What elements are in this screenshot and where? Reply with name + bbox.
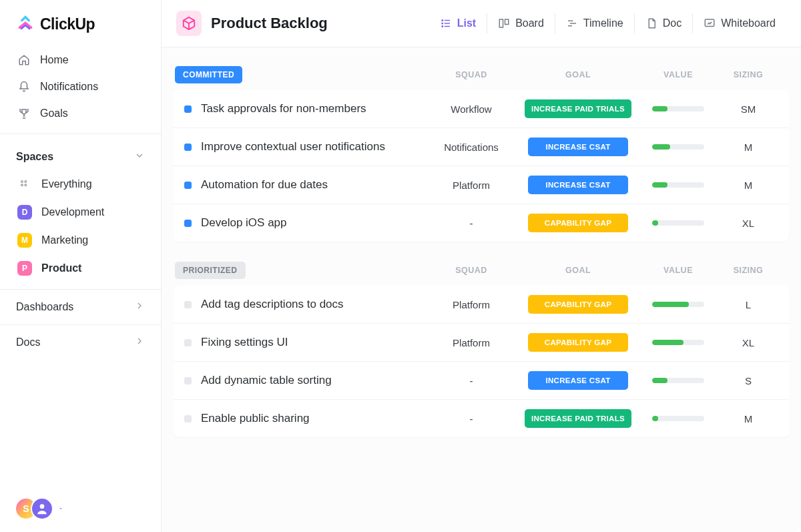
svg-point-0 bbox=[21, 181, 23, 183]
view-label: Board bbox=[515, 17, 544, 29]
task-status-dot[interactable] bbox=[184, 144, 192, 151]
task-row[interactable]: Enable public sharing - INCREASE PAID TR… bbox=[174, 399, 789, 437]
task-goal-badge[interactable]: INCREASE PAID TRIALS bbox=[525, 409, 631, 428]
spaces-header[interactable]: Spaces bbox=[0, 141, 161, 170]
space-everything[interactable]: Everything bbox=[5, 170, 156, 198]
task-goal-badge[interactable]: INCREASE CSAT bbox=[528, 371, 628, 390]
nav-notifications[interactable]: Notifications bbox=[5, 73, 156, 100]
column-sizing: SIZING bbox=[718, 70, 778, 79]
brand-name: ClickUp bbox=[40, 15, 95, 33]
bell-icon bbox=[17, 80, 31, 93]
task-sizing: M bbox=[718, 142, 778, 153]
svg-point-1 bbox=[25, 181, 27, 183]
task-goal-badge[interactable]: CAPABILITY GAP bbox=[528, 333, 628, 352]
space-marketing[interactable]: M Marketing bbox=[5, 226, 156, 254]
task-status-dot[interactable] bbox=[184, 220, 192, 227]
task-value-progress bbox=[652, 220, 704, 226]
task-sizing: XL bbox=[718, 337, 778, 348]
dashboards-section[interactable]: Dashboards bbox=[0, 289, 161, 324]
space-badge: M bbox=[17, 233, 32, 248]
task-squad: Notifications bbox=[425, 142, 518, 153]
task-title: Develop iOS app bbox=[201, 216, 287, 230]
task-sizing: XL bbox=[718, 218, 778, 229]
task-row[interactable]: Automation for due dates Platform INCREA… bbox=[174, 166, 789, 204]
status-pill[interactable]: PRIORITIZED bbox=[175, 262, 246, 279]
view-label: List bbox=[457, 17, 476, 29]
task-row[interactable]: Task approvals for non-members Workflow … bbox=[174, 90, 789, 127]
task-goal-badge[interactable]: CAPABILITY GAP bbox=[528, 214, 628, 232]
task-title: Enable public sharing bbox=[201, 412, 310, 425]
task-row[interactable]: Fixing settings UI Platform CAPABILITY G… bbox=[174, 323, 789, 361]
brand-logo[interactable]: ClickUp bbox=[0, 0, 161, 47]
task-status-dot[interactable] bbox=[184, 105, 192, 113]
task-goal-badge[interactable]: CAPABILITY GAP bbox=[528, 295, 628, 314]
status-pill[interactable]: COMMITTED bbox=[175, 66, 242, 83]
view-timeline[interactable]: Timeline bbox=[555, 13, 634, 33]
view-tabs: List Board Timeline bbox=[429, 13, 786, 33]
svg-point-9 bbox=[442, 23, 443, 24]
task-title: Task approvals for non-members bbox=[201, 102, 366, 115]
task-row[interactable]: Develop iOS app - CAPABILITY GAP XL bbox=[174, 204, 789, 242]
task-goal-badge[interactable]: INCREASE PAID TRIALS bbox=[525, 99, 631, 118]
view-whiteboard[interactable]: Whiteboard bbox=[692, 13, 786, 33]
docs-label: Docs bbox=[16, 336, 40, 348]
list-icon bbox=[440, 17, 452, 29]
view-list[interactable]: List bbox=[429, 13, 487, 33]
task-squad: Workflow bbox=[425, 103, 518, 115]
column-squad: SQUAD bbox=[425, 70, 518, 79]
task-squad: Platform bbox=[425, 180, 518, 191]
svg-point-2 bbox=[21, 184, 23, 186]
task-sizing: S bbox=[718, 375, 778, 386]
task-status-dot[interactable] bbox=[184, 301, 192, 308]
space-badge: D bbox=[17, 205, 32, 220]
column-goal: GOAL bbox=[518, 266, 638, 275]
docs-section[interactable]: Docs bbox=[0, 324, 161, 360]
task-value-progress bbox=[652, 144, 704, 150]
task-squad: - bbox=[425, 413, 518, 425]
clickup-logo-icon bbox=[16, 15, 35, 33]
space-product[interactable]: P Product bbox=[5, 254, 156, 282]
svg-point-4 bbox=[40, 504, 45, 509]
user-avatars[interactable]: S bbox=[0, 485, 161, 532]
chevron-right-icon bbox=[134, 336, 145, 349]
doc-icon bbox=[645, 17, 657, 29]
task-status-dot[interactable] bbox=[184, 339, 192, 346]
task-goal-badge[interactable]: INCREASE CSAT bbox=[528, 138, 628, 156]
nav-goals[interactable]: Goals bbox=[5, 100, 156, 127]
column-sizing: SIZING bbox=[718, 266, 778, 275]
column-goal: GOAL bbox=[518, 70, 638, 79]
caret-down-icon[interactable] bbox=[57, 503, 64, 515]
task-sizing: L bbox=[718, 299, 778, 310]
task-group: COMMITTED SQUAD GOAL VALUE SIZING Task a… bbox=[174, 66, 789, 242]
task-status-dot[interactable] bbox=[184, 182, 192, 189]
task-list: Add tag descriptions to docs Platform CA… bbox=[174, 286, 789, 437]
task-status-dot[interactable] bbox=[184, 377, 192, 384]
timeline-icon bbox=[566, 17, 578, 29]
space-development[interactable]: D Development bbox=[5, 198, 156, 226]
page-title: Product Backlog bbox=[211, 15, 328, 32]
sidebar: ClickUp Home Notifications Goals bbox=[0, 0, 162, 532]
task-row[interactable]: Add tag descriptions to docs Platform CA… bbox=[174, 286, 789, 323]
task-squad: - bbox=[425, 375, 518, 386]
space-label: Development bbox=[41, 206, 104, 218]
nav-home[interactable]: Home bbox=[5, 47, 156, 73]
task-squad: - bbox=[425, 218, 518, 229]
space-label: Product bbox=[41, 262, 81, 274]
task-title: Automation for due dates bbox=[201, 178, 328, 192]
task-title: Add tag descriptions to docs bbox=[201, 298, 344, 311]
topbar: Product Backlog List Board bbox=[162, 0, 801, 47]
main-area: Product Backlog List Board bbox=[162, 0, 801, 532]
task-status-dot[interactable] bbox=[184, 415, 192, 423]
column-squad: SQUAD bbox=[425, 266, 518, 275]
task-row[interactable]: Improve contextual user notifications No… bbox=[174, 127, 789, 166]
task-title: Fixing settings UI bbox=[201, 336, 288, 349]
view-doc[interactable]: Doc bbox=[634, 13, 692, 33]
task-goal-badge[interactable]: INCREASE CSAT bbox=[528, 176, 628, 194]
view-board[interactable]: Board bbox=[487, 13, 555, 33]
trophy-icon bbox=[17, 107, 31, 120]
task-row[interactable]: Add dynamic table sorting - INCREASE CSA… bbox=[174, 361, 789, 399]
task-value-progress bbox=[652, 340, 704, 345]
svg-point-3 bbox=[25, 184, 27, 186]
avatar-teammate[interactable] bbox=[31, 497, 53, 520]
space-label: Marketing bbox=[41, 234, 88, 246]
